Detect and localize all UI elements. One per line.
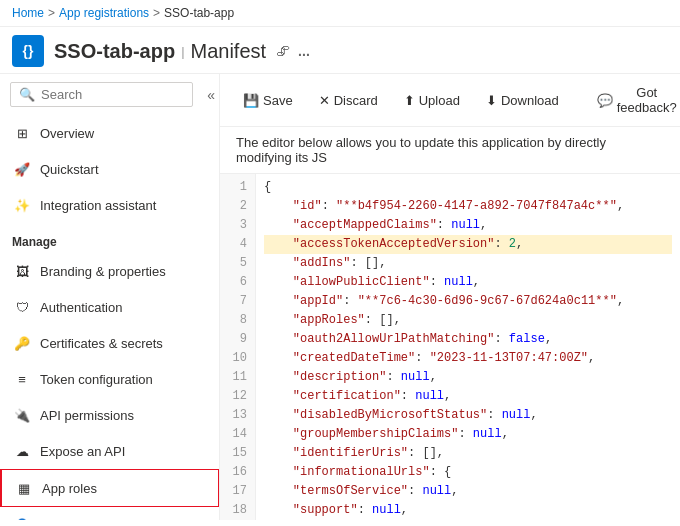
sidebar-label-api: API permissions <box>40 408 134 423</box>
upload-label: Upload <box>419 93 460 108</box>
upload-icon: ⬆ <box>404 93 415 108</box>
feedback-label: Got feedback? <box>617 85 677 115</box>
download-icon: ⬇ <box>486 93 497 108</box>
authentication-icon: 🛡 <box>12 297 32 317</box>
page-title: Manifest <box>191 40 267 63</box>
line-number: 15 <box>220 444 255 463</box>
line-number: 18 <box>220 501 255 520</box>
save-button[interactable]: 💾 Save <box>232 88 304 113</box>
save-icon: 💾 <box>243 93 259 108</box>
sidebar-item-api-permissions[interactable]: 🔌 API permissions <box>0 397 219 433</box>
search-box[interactable]: 🔍 <box>10 82 193 107</box>
search-input[interactable] <box>41 87 184 102</box>
sidebar: 🔍 « ⊞ Overview 🚀 Quickstart ✨ Integratio… <box>0 74 220 520</box>
code-line: "id": "**b4f954-2260-4147-a892-7047f847a… <box>264 197 672 216</box>
integration-icon: ✨ <box>12 195 32 215</box>
code-line: "identifierUris": [], <box>264 444 672 463</box>
sidebar-item-quickstart[interactable]: 🚀 Quickstart <box>0 151 219 187</box>
sidebar-item-integration-assistant[interactable]: ✨ Integration assistant <box>0 187 219 223</box>
breadcrumb-sep1: > <box>48 6 55 20</box>
code-line: "termsOfService": null, <box>264 482 672 501</box>
app-name: SSO-tab-app <box>54 40 175 63</box>
app-roles-icon: ▦ <box>14 478 34 498</box>
sidebar-item-app-roles[interactable]: ▦ App roles <box>0 469 219 507</box>
code-line: "disabledByMicrosoftStatus": null, <box>264 406 672 425</box>
branding-icon: 🖼 <box>12 261 32 281</box>
sidebar-item-authentication[interactable]: 🛡 Authentication <box>0 289 219 325</box>
main-layout: 🔍 « ⊞ Overview 🚀 Quickstart ✨ Integratio… <box>0 74 680 520</box>
line-number: 3 <box>220 216 255 235</box>
owners-icon: 👤 <box>12 515 32 520</box>
header-separator: | <box>181 44 184 59</box>
breadcrumb-app-registrations[interactable]: App registrations <box>59 6 149 20</box>
line-number: 5 <box>220 254 255 273</box>
sidebar-label-owners: Owners <box>40 518 85 521</box>
sidebar-item-certificates[interactable]: 🔑 Certificates & secrets <box>0 325 219 361</box>
editor-description: The editor below allows you to update th… <box>220 127 680 174</box>
toolbar: 💾 Save ✕ Discard ⬆ Upload ⬇ Download 💬 G… <box>220 74 680 127</box>
code-line: "addIns": [], <box>264 254 672 273</box>
api-icon: 🔌 <box>12 405 32 425</box>
download-button[interactable]: ⬇ Download <box>475 88 570 113</box>
header-icons: 🖇 ... <box>276 43 310 59</box>
code-line: { <box>264 178 672 197</box>
line-number: 16 <box>220 463 255 482</box>
token-icon: ≡ <box>12 369 32 389</box>
certificates-icon: 🔑 <box>12 333 32 353</box>
content-area: 💾 Save ✕ Discard ⬆ Upload ⬇ Download 💬 G… <box>220 74 680 520</box>
sidebar-label-quickstart: Quickstart <box>40 162 99 177</box>
expose-icon: ☁ <box>12 441 32 461</box>
code-line: "groupMembershipClaims": null, <box>264 425 672 444</box>
sidebar-label-branding: Branding & properties <box>40 264 166 279</box>
line-number: 17 <box>220 482 255 501</box>
line-number: 8 <box>220 311 255 330</box>
feedback-button[interactable]: 💬 Got feedback? <box>586 80 680 120</box>
line-number: 11 <box>220 368 255 387</box>
line-number: 6 <box>220 273 255 292</box>
code-line: "accessTokenAcceptedVersion": 2, <box>264 235 672 254</box>
sidebar-label-app-roles: App roles <box>42 481 97 496</box>
code-line: "informationalUrls": { <box>264 463 672 482</box>
collapse-button[interactable]: « <box>203 87 219 103</box>
more-options-icon[interactable]: ... <box>298 43 310 59</box>
sidebar-item-token-configuration[interactable]: ≡ Token configuration <box>0 361 219 397</box>
discard-label: Discard <box>334 93 378 108</box>
line-number: 1 <box>220 178 255 197</box>
app-header: {} SSO-tab-app | Manifest 🖇 ... <box>0 27 680 74</box>
code-line: "certification": null, <box>264 387 672 406</box>
line-number: 9 <box>220 330 255 349</box>
breadcrumb-sep2: > <box>153 6 160 20</box>
pin-icon[interactable]: 🖇 <box>276 43 290 59</box>
breadcrumb: Home > App registrations > SSO-tab-app <box>0 0 680 27</box>
sidebar-item-expose-api[interactable]: ☁ Expose an API <box>0 433 219 469</box>
code-line: "allowPublicClient": null, <box>264 273 672 292</box>
overview-icon: ⊞ <box>12 123 32 143</box>
code-line: "appRoles": [], <box>264 311 672 330</box>
manage-section-label: Manage <box>0 223 219 253</box>
sidebar-item-branding[interactable]: 🖼 Branding & properties <box>0 253 219 289</box>
quickstart-icon: 🚀 <box>12 159 32 179</box>
code-line: "oauth2AllowUrlPathMatching": false, <box>264 330 672 349</box>
editor-content[interactable]: { "id": "**b4f954-2260-4147-a892-7047f84… <box>256 174 680 520</box>
line-number: 7 <box>220 292 255 311</box>
sidebar-label-overview: Overview <box>40 126 94 141</box>
sidebar-label-expose: Expose an API <box>40 444 125 459</box>
line-number: 4 <box>220 235 255 254</box>
sidebar-label-token: Token configuration <box>40 372 153 387</box>
upload-button[interactable]: ⬆ Upload <box>393 88 471 113</box>
discard-button[interactable]: ✕ Discard <box>308 88 389 113</box>
code-line: "createdDateTime": "2023-11-13T07:47:00Z… <box>264 349 672 368</box>
line-number: 14 <box>220 425 255 444</box>
discard-icon: ✕ <box>319 93 330 108</box>
code-line: "support": null, <box>264 501 672 520</box>
breadcrumb-home[interactable]: Home <box>12 6 44 20</box>
line-number: 2 <box>220 197 255 216</box>
sidebar-label-integration: Integration assistant <box>40 198 156 213</box>
sidebar-item-overview[interactable]: ⊞ Overview <box>0 115 219 151</box>
breadcrumb-current: SSO-tab-app <box>164 6 234 20</box>
search-icon: 🔍 <box>19 87 35 102</box>
sidebar-item-owners[interactable]: 👤 Owners <box>0 507 219 520</box>
code-line: "appId": "**7c6-4c30-6d96-9c67-67d624a0c… <box>264 292 672 311</box>
code-editor[interactable]: 123456789101112131415161718192021 { "id"… <box>220 174 680 520</box>
line-numbers: 123456789101112131415161718192021 <box>220 174 256 520</box>
